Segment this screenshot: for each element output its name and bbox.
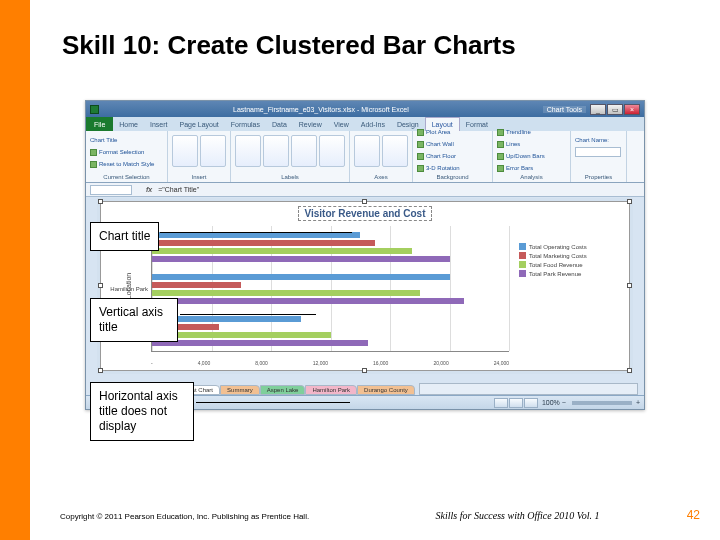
sheet-tab-summary[interactable]: Summary (220, 385, 260, 395)
callout-horizontal-axis-title: Horizontal axis title does not display (90, 382, 194, 441)
bar-0-0[interactable] (152, 232, 360, 238)
callout-chart-title: Chart title (90, 222, 159, 251)
copyright-text: Copyright © 2011 Pearson Education, Inc.… (60, 512, 365, 521)
legend-swatch (519, 252, 526, 259)
group-axes: Axes (354, 173, 408, 180)
group-analysis: Analysis (497, 173, 566, 180)
document-title: Lastname_Firstname_e03_Visitors.xlsx - M… (103, 106, 539, 113)
slide-title: Skill 10: Create Clustered Bar Charts (62, 30, 516, 61)
x-tick: 20,000 (433, 360, 448, 366)
slide-footer: Copyright © 2011 Pearson Education, Inc.… (60, 508, 700, 522)
formula-content[interactable]: ="Chart Title" (158, 186, 199, 193)
zoom-slider[interactable] (572, 401, 632, 405)
leader-vertical-axis (180, 314, 316, 315)
trendline-button[interactable]: Trendline (497, 127, 545, 137)
axes-button[interactable] (354, 135, 380, 167)
chart-element-dropdown[interactable]: Chart Title (90, 135, 154, 145)
bar-1-0[interactable] (152, 274, 450, 280)
bar-1-3[interactable] (152, 298, 464, 304)
leader-horizontal-axis (196, 402, 350, 403)
tab-insert[interactable]: Insert (144, 117, 174, 131)
zoom-in-button[interactable]: + (636, 399, 640, 406)
book-title: Skills for Success with Office 2010 Vol.… (365, 510, 670, 521)
tab-review[interactable]: Review (293, 117, 328, 131)
bar-2-3[interactable] (152, 340, 368, 346)
up-down-bars-button[interactable]: Up/Down Bars (497, 151, 545, 161)
legend-label: Total Marketing Costs (529, 253, 587, 259)
file-tab[interactable]: File (86, 117, 113, 131)
tab-home[interactable]: Home (113, 117, 144, 131)
chart-title[interactable]: Visitor Revenue and Cost (298, 206, 433, 221)
callout-vertical-axis-title: Vertical axis title (90, 298, 178, 342)
zoom-out-button[interactable]: − (562, 399, 566, 406)
3d-rotation-button[interactable]: 3-D Rotation (417, 163, 460, 173)
window-titlebar: Lastname_Firstname_e03_Visitors.xlsx - M… (86, 101, 644, 117)
group-properties: Properties (575, 173, 622, 180)
bar-1-2[interactable] (152, 290, 420, 296)
insert-shapes-button[interactable] (200, 135, 226, 167)
bar-0-2[interactable] (152, 248, 412, 254)
legend-swatch (519, 243, 526, 250)
tab-view[interactable]: View (328, 117, 355, 131)
tab-add-ins[interactable]: Add-Ins (355, 117, 391, 131)
sheet-tab-hamilton-park[interactable]: Hamilton Park (305, 385, 357, 395)
slide-accent-bar (0, 0, 30, 540)
maximize-button[interactable]: ▭ (607, 104, 623, 115)
legend-item[interactable]: Total Food Revenue (519, 260, 623, 269)
zoom-percent: 100% (542, 399, 560, 406)
minimize-button[interactable]: _ (590, 104, 606, 115)
legend-swatch (519, 270, 526, 277)
data-labels-button[interactable] (319, 135, 345, 167)
sheet-tab-durango-county[interactable]: Durango County (357, 385, 415, 395)
bar-0-1[interactable] (152, 240, 375, 246)
format-selection-button[interactable]: Format Selection (90, 147, 154, 157)
chart-name-input[interactable] (575, 147, 621, 157)
plot-area-button[interactable]: Plot Area (417, 127, 460, 137)
legend-label: Total Food Revenue (529, 262, 583, 268)
page-number: 42 (670, 508, 700, 522)
horizontal-scrollbar[interactable] (419, 383, 638, 395)
x-axis-ticks: -4,0008,00012,00016,00020,00024,000 (151, 360, 509, 366)
page-layout-view-button[interactable] (509, 398, 523, 408)
legend-button[interactable] (291, 135, 317, 167)
contextual-tab-label: Chart Tools (543, 106, 586, 113)
page-break-view-button[interactable] (524, 398, 538, 408)
insert-picture-button[interactable] (172, 135, 198, 167)
x-tick: 4,000 (198, 360, 211, 366)
lines-button[interactable]: Lines (497, 139, 545, 149)
chart-legend[interactable]: Total Operating CostsTotal Marketing Cos… (519, 242, 623, 278)
category-label: Hamilton Park (110, 286, 152, 292)
bar-1-1[interactable] (152, 282, 241, 288)
x-tick: 24,000 (494, 360, 509, 366)
chart-title-button[interactable] (235, 135, 261, 167)
plot-area[interactable]: Durango County ParkHamilton ParkAspen La… (151, 226, 509, 352)
chart-name-label: Chart Name: (575, 135, 621, 145)
x-tick: 8,000 (255, 360, 268, 366)
normal-view-button[interactable] (494, 398, 508, 408)
bar-0-3[interactable] (152, 256, 450, 262)
close-button[interactable]: × (624, 104, 640, 115)
tab-data[interactable]: Data (266, 117, 293, 131)
tab-formulas[interactable]: Formulas (225, 117, 266, 131)
chart-object[interactable]: Visitor Revenue and Cost Location Durang… (100, 201, 630, 371)
legend-item[interactable]: Total Operating Costs (519, 242, 623, 251)
error-bars-button[interactable]: Error Bars (497, 163, 545, 173)
legend-label: Total Operating Costs (529, 244, 587, 250)
legend-swatch (519, 261, 526, 268)
sheet-tab-aspen-lake[interactable]: Aspen Lake (260, 385, 306, 395)
legend-item[interactable]: Total Marketing Costs (519, 251, 623, 260)
name-box[interactable] (90, 185, 132, 195)
bar-2-2[interactable] (152, 332, 331, 338)
reset-to-match-style-button[interactable]: Reset to Match Style (90, 159, 154, 169)
ribbon: Chart Title Format Selection Reset to Ma… (86, 131, 644, 183)
gridlines-button[interactable] (382, 135, 408, 167)
group-current-selection: Current Selection (90, 173, 163, 180)
tab-page-layout[interactable]: Page Layout (173, 117, 224, 131)
legend-item[interactable]: Total Park Revenue (519, 269, 623, 278)
axis-titles-button[interactable] (263, 135, 289, 167)
chart-floor-button[interactable]: Chart Floor (417, 151, 460, 161)
chart-wall-button[interactable]: Chart Wall (417, 139, 460, 149)
x-tick: - (151, 360, 153, 366)
formula-bar: fx ="Chart Title" (86, 183, 644, 197)
fx-icon[interactable]: fx (146, 186, 152, 193)
